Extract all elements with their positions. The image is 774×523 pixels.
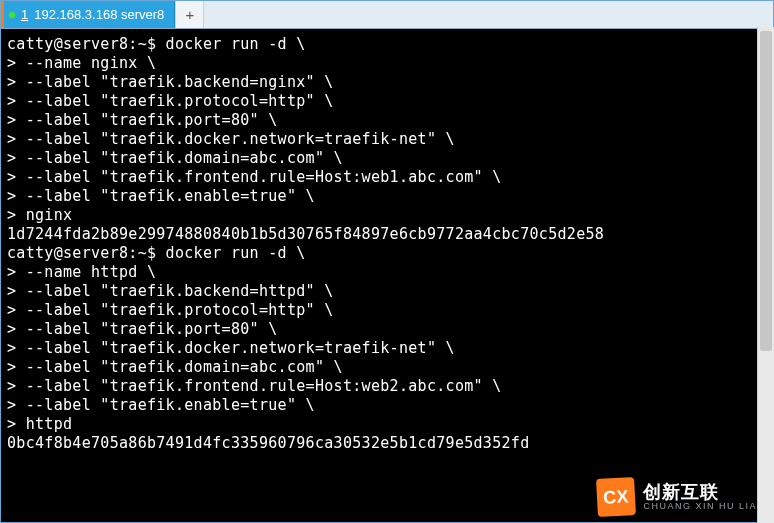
tab-bar: 1 192.168.3.168 server8 + (1, 1, 773, 29)
watermark-cn: 创新互联 (643, 483, 765, 502)
terminal-line: > --label "traefik.docker.network=traefi… (7, 339, 767, 358)
terminal-pane[interactable]: catty@server8:~$ docker run -d \ > --nam… (1, 29, 773, 522)
terminal-line: > --label "traefik.enable=true" \ (7, 396, 767, 415)
terminal-line: > --label "traefik.domain=abc.com" \ (7, 149, 767, 168)
tab-index: 1 (21, 7, 28, 22)
scrollbar-vertical[interactable] (757, 27, 774, 523)
terminal-line: > --label "traefik.backend=httpd" \ (7, 282, 767, 301)
new-tab-button[interactable]: + (175, 1, 204, 28)
terminal-line: > --label "traefik.port=80" \ (7, 111, 767, 130)
watermark-text: 创新互联 CHUANG XIN HU LIAN (643, 483, 765, 511)
terminal-line: > httpd (7, 415, 767, 434)
terminal-line: > --label "traefik.frontend.rule=Host:we… (7, 168, 767, 187)
terminal-line: 0bc4f8b4e705a86b7491d4fc335960796ca30532… (7, 434, 767, 453)
terminal-line: > --name httpd \ (7, 263, 767, 282)
terminal-line: > --label "traefik.domain=abc.com" \ (7, 358, 767, 377)
watermark: CX 创新互联 CHUANG XIN HU LIAN (597, 478, 765, 516)
watermark-logo-icon: CX (597, 477, 637, 517)
scrollbar-thumb[interactable] (760, 31, 772, 351)
tab-active-indicator (1, 1, 4, 28)
terminal-line: > --label "traefik.docker.network=traefi… (7, 130, 767, 149)
terminal-line: > nginx (7, 206, 767, 225)
terminal-line: > --name nginx \ (7, 54, 767, 73)
terminal-line: catty@server8:~$ docker run -d \ (7, 35, 767, 54)
terminal-line: catty@server8:~$ docker run -d \ (7, 244, 767, 263)
terminal-line: > --label "traefik.port=80" \ (7, 320, 767, 339)
status-dot-icon (9, 12, 15, 18)
tab-active[interactable]: 1 192.168.3.168 server8 (1, 1, 175, 28)
plus-icon: + (185, 6, 194, 23)
watermark-en: CHUANG XIN HU LIAN (643, 502, 765, 511)
terminal-window: 1 192.168.3.168 server8 + catty@server8:… (0, 0, 774, 523)
terminal-line: > --label "traefik.backend=nginx" \ (7, 73, 767, 92)
tab-title: 192.168.3.168 server8 (34, 7, 164, 22)
terminal-line: > --label "traefik.frontend.rule=Host:we… (7, 377, 767, 396)
terminal-line: 1d7244fda2b89e29974880840b1b5d30765f8489… (7, 225, 767, 244)
terminal-line: > --label "traefik.enable=true" \ (7, 187, 767, 206)
terminal-line: > --label "traefik.protocol=http" \ (7, 301, 767, 320)
terminal-line: > --label "traefik.protocol=http" \ (7, 92, 767, 111)
